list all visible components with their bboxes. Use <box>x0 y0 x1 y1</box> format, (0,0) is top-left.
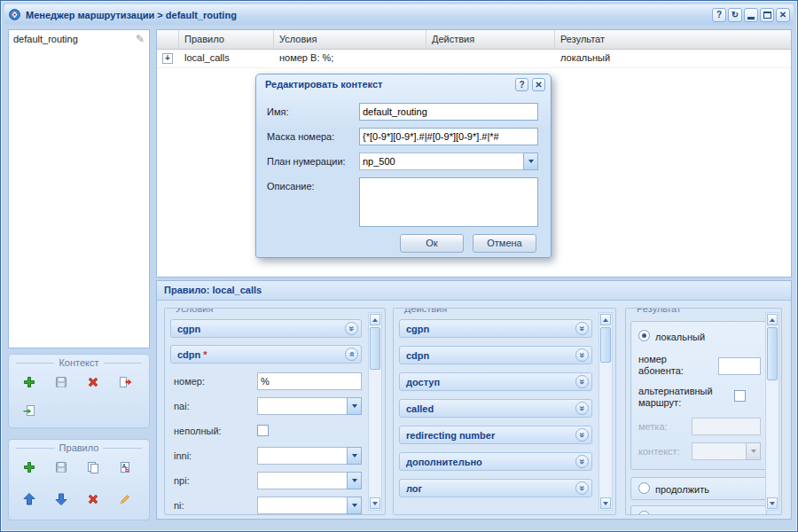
radio-local-label: локальный <box>655 332 705 343</box>
move-up-button[interactable] <box>16 488 43 511</box>
export-icon <box>118 375 132 389</box>
nai-select[interactable] <box>257 397 347 415</box>
edit-pencil-icon[interactable]: ✎ <box>136 33 145 45</box>
save-rule-button[interactable] <box>48 456 74 479</box>
save-icon <box>54 460 68 474</box>
action-section-cgpn[interactable]: cgpn » <box>399 319 592 338</box>
table-row[interactable]: + local_calls номер В: %; локальный <box>157 50 791 68</box>
radio-continue[interactable] <box>638 482 650 494</box>
maximize-button[interactable] <box>760 8 774 22</box>
actions-scrollbar[interactable] <box>598 312 613 511</box>
chevron-down-icon[interactable]: » <box>575 348 589 362</box>
refresh-button[interactable]: ↻ <box>728 8 742 22</box>
column-header-conditions[interactable]: Условия <box>274 30 426 49</box>
number-input[interactable] <box>257 372 362 390</box>
section-cgpn[interactable]: cgpn » <box>170 319 362 338</box>
required-marker: * <box>203 349 207 360</box>
chevron-down-icon[interactable]: » <box>575 322 589 335</box>
help-button[interactable]: ? <box>712 8 726 22</box>
conditions-scrollbar[interactable] <box>368 312 382 511</box>
minimize-button[interactable] <box>744 8 758 22</box>
delete-rule-button[interactable] <box>80 488 106 511</box>
section-label: called <box>406 403 434 414</box>
result-legend: Результат <box>633 308 685 314</box>
scroll-up-button[interactable] <box>767 314 778 325</box>
column-header-expand <box>157 30 179 49</box>
dropdown-trigger-icon[interactable] <box>347 497 362 514</box>
inni-select[interactable] <box>257 447 347 465</box>
rename-rule-button[interactable]: AБ <box>112 456 138 479</box>
section-cdpn[interactable]: cdpn * » <box>170 345 362 364</box>
radio-direction[interactable] <box>638 511 650 515</box>
name-input[interactable] <box>359 103 538 121</box>
list-item-default-routing[interactable]: default_routing ✎ <box>9 30 149 48</box>
scrollbar-thumb[interactable] <box>767 327 778 380</box>
action-section-log[interactable]: лог » <box>399 479 592 497</box>
copy-rule-button[interactable] <box>80 456 106 479</box>
plus-icon <box>22 375 36 389</box>
action-section-called[interactable]: called » <box>399 399 592 418</box>
delete-context-button[interactable] <box>80 371 106 394</box>
scroll-up-button[interactable] <box>600 314 611 325</box>
move-down-button[interactable] <box>48 488 74 511</box>
action-section-access[interactable]: доступ » <box>399 372 592 391</box>
ni-select[interactable] <box>257 497 347 514</box>
plus-icon <box>22 460 36 474</box>
column-header-result[interactable]: Результат <box>555 30 791 49</box>
dialog-close-button[interactable]: ✕ <box>532 78 545 91</box>
cancel-button[interactable]: Отмена <box>473 234 536 253</box>
metka-label: метка: <box>638 421 668 433</box>
scroll-down-button[interactable] <box>370 497 380 509</box>
chevron-down-icon[interactable]: » <box>575 402 589 415</box>
chevron-down-icon[interactable]: » <box>575 455 589 468</box>
import-context-button[interactable] <box>16 399 43 422</box>
dropdown-trigger-icon[interactable] <box>523 153 538 170</box>
ok-button[interactable]: Ок <box>400 234 464 253</box>
radio-local[interactable] <box>638 330 650 341</box>
rename-icon: AБ <box>118 460 132 474</box>
action-section-cdpn[interactable]: cdpn » <box>399 346 592 364</box>
chevron-down-icon[interactable]: » <box>345 322 358 335</box>
add-context-button[interactable] <box>16 371 43 394</box>
description-textarea[interactable] <box>359 177 538 227</box>
cell-rule: local_calls <box>179 50 274 67</box>
dialog-help-button[interactable]: ? <box>515 78 528 91</box>
dropdown-trigger-icon[interactable] <box>347 397 362 415</box>
close-button[interactable]: ✕ <box>776 8 790 22</box>
alt-route-label: альтернативный маршрут: <box>638 386 724 409</box>
chevron-down-icon[interactable]: » <box>575 375 589 388</box>
export-context-button[interactable] <box>112 371 138 394</box>
column-header-actions[interactable]: Действия <box>426 30 555 49</box>
result-scrollbar[interactable] <box>765 312 779 511</box>
save-context-button[interactable] <box>48 371 74 394</box>
dropdown-trigger-icon <box>746 442 761 460</box>
maximize-icon <box>763 12 771 19</box>
scroll-down-button[interactable] <box>600 497 611 509</box>
grid-header: Правило Условия Действия Результат <box>157 30 791 50</box>
edit-rule-button[interactable] <box>112 488 138 511</box>
column-header-rule[interactable]: Правило <box>179 30 274 49</box>
inni-label: inni: <box>174 450 192 461</box>
dropdown-trigger-icon[interactable] <box>347 447 362 465</box>
chevron-up-icon[interactable]: » <box>345 348 358 361</box>
action-section-extra[interactable]: дополнительно » <box>399 452 592 471</box>
mask-input[interactable] <box>359 128 538 145</box>
alt-route-checkbox[interactable] <box>734 390 746 402</box>
chevron-down-icon[interactable]: » <box>575 428 589 442</box>
chevron-down-icon[interactable]: » <box>575 481 589 495</box>
add-rule-button[interactable] <box>16 456 43 479</box>
action-section-redirecting[interactable]: redirecting number » <box>399 426 592 444</box>
scrollbar-thumb[interactable] <box>370 327 380 370</box>
plan-select[interactable] <box>359 153 523 170</box>
incomplete-checkbox[interactable] <box>257 425 269 436</box>
expand-icon[interactable]: + <box>162 53 173 64</box>
scroll-down-button[interactable] <box>767 497 778 509</box>
scroll-up-button[interactable] <box>370 314 380 325</box>
subscriber-number-input[interactable] <box>718 357 761 375</box>
dropdown-trigger-icon[interactable] <box>347 472 362 489</box>
section-label: лог <box>406 483 422 494</box>
result-direction-group: направление <box>630 505 767 515</box>
name-label: Имя: <box>267 106 288 117</box>
npi-select[interactable] <box>257 472 347 489</box>
scrollbar-thumb[interactable] <box>600 327 611 363</box>
